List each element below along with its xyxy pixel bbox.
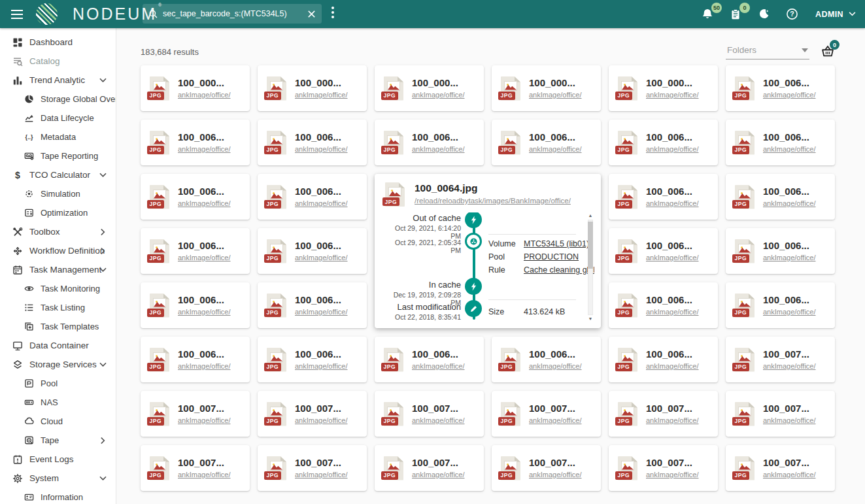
sidebar-item-storage-services[interactable]: Storage Services	[0, 355, 116, 374]
file-card-path-link[interactable]: ankImage/office/	[178, 308, 231, 316]
sidebar-item-task-listing[interactable]: Task Listing	[0, 298, 116, 317]
chevron-down-icon[interactable]	[99, 476, 107, 481]
sidebar-item-task-monitoring[interactable]: Task Monitoring	[0, 279, 116, 298]
sidebar-item-simulation[interactable]: Simulation	[0, 184, 116, 203]
file-card-path-link[interactable]: ankImage/office/	[763, 308, 816, 316]
file-card[interactable]: JPG100_007...ankImage/office/	[375, 391, 484, 437]
file-card-path-link[interactable]: ankImage/office/	[178, 416, 231, 424]
file-card-path-link[interactable]: ankImage/office/	[178, 254, 231, 261]
file-card-path-link[interactable]: ankImage/office/	[412, 145, 465, 153]
file-card[interactable]: JPG100_006...ankImage/office/	[258, 282, 367, 328]
sidebar-item-task-templates[interactable]: Task Templates	[0, 317, 116, 336]
file-card[interactable]: JPG100_007...ankImage/office/	[375, 445, 484, 491]
file-card-path-link[interactable]: ankImage/office/	[412, 416, 465, 424]
file-card[interactable]: JPG100_006...ankImage/office/	[141, 228, 250, 274]
file-card-path-link[interactable]: ankImage/office/	[763, 145, 816, 153]
file-card-path-link[interactable]: ankImage/office/	[295, 91, 348, 99]
file-card[interactable]: JPG100_006...ankImage/office/	[726, 174, 835, 220]
file-card-path-link[interactable]: ankImage/office/	[178, 362, 231, 370]
sidebar-item-optimization[interactable]: Optimization	[0, 203, 116, 222]
file-card[interactable]: JPG100_006...ankImage/office/	[141, 174, 250, 220]
file-card-path-link[interactable]: ankImage/office/	[646, 471, 699, 479]
file-card-path-link[interactable]: ankImage/office/	[295, 145, 348, 153]
file-card-path-link[interactable]: ankImage/office/	[763, 254, 816, 261]
help-icon[interactable]: ?	[783, 5, 801, 24]
file-card[interactable]: JPG100_006...ankImage/office/	[726, 282, 835, 328]
file-card-path-link[interactable]: ankImage/office/	[412, 362, 465, 370]
sidebar-item-task-management[interactable]: Task Management	[0, 260, 116, 279]
file-card-path-link[interactable]: ankImage/office/	[178, 145, 231, 153]
file-card[interactable]: JPG100_007...ankImage/office/	[492, 445, 601, 491]
chevron-down-icon[interactable]	[99, 362, 107, 367]
basket-button[interactable]: 0	[821, 44, 835, 59]
sidebar-item-dashboard[interactable]: Dashboard	[0, 33, 116, 52]
file-card-path-link[interactable]: ankImage/office/	[646, 362, 699, 370]
sidebar-item-storage-global-overview[interactable]: Storage Global Overview	[0, 90, 116, 109]
file-card-path-link[interactable]: ankImage/office/	[178, 471, 231, 479]
sidebar-item-toolbox[interactable]: Toolbox	[0, 222, 116, 241]
chevron-down-icon[interactable]	[99, 267, 107, 273]
file-card[interactable]: JPG100_007...ankImage/office/	[141, 391, 250, 437]
scroll-down-icon[interactable]: ▼	[586, 316, 594, 322]
file-card-path-link[interactable]: ankImage/office/	[295, 199, 348, 207]
file-card[interactable]: JPG100_000...ankImage/office/	[609, 65, 718, 111]
scrollbar-thumb[interactable]	[588, 222, 593, 269]
search-bar[interactable]	[143, 4, 322, 24]
file-card-path-link[interactable]: ankImage/office/	[646, 91, 699, 99]
detail-scrollbar[interactable]: ▲▼	[586, 212, 594, 322]
file-card[interactable]: JPG100_006...ankImage/office/	[609, 282, 718, 328]
file-card[interactable]: JPG100_006...ankImage/office/	[141, 282, 250, 328]
file-card-path-link[interactable]: ankImage/office/	[529, 471, 582, 479]
sidebar-item-cloud[interactable]: Cloud	[0, 412, 116, 431]
sidebar-item-data-lifecycle[interactable]: Data Lifecycle	[0, 109, 116, 127]
expanded-file-card[interactable]: JPG100_0064.jpg/reload/reloadbytask/imag…	[375, 174, 601, 328]
file-card-path-link[interactable]: ankImage/office/	[529, 91, 582, 99]
file-card-path-link[interactable]: ankImage/office/	[529, 362, 582, 370]
notifications-button[interactable]: 50	[698, 5, 717, 24]
file-card-path-link[interactable]: ankImage/office/	[529, 145, 582, 153]
file-card[interactable]: JPG100_006...ankImage/office/	[492, 337, 601, 382]
sidebar-item-catalog[interactable]: Catalog	[0, 52, 116, 71]
attribute-value-link[interactable]: MTC534L5 (lib01)	[524, 239, 589, 248]
file-card[interactable]: JPG100_000...ankImage/office/	[258, 65, 367, 111]
file-path-link[interactable]: /reload/reloadbytask/images/BankImage/of…	[415, 197, 571, 205]
file-card[interactable]: JPG100_006...ankImage/office/	[609, 120, 718, 165]
file-card-path-link[interactable]: ankImage/office/	[646, 416, 699, 424]
file-card-path-link[interactable]: ankImage/office/	[295, 308, 348, 316]
chevron-right-icon[interactable]	[99, 229, 107, 235]
file-card[interactable]: JPG100_000...ankImage/office/	[492, 65, 601, 111]
file-card-path-link[interactable]: ankImage/office/	[646, 254, 699, 261]
file-card-path-link[interactable]: ankImage/office/	[178, 91, 231, 99]
chevron-down-icon[interactable]	[99, 78, 107, 83]
file-card-path-link[interactable]: ankImage/office/	[412, 91, 465, 99]
file-card-path-link[interactable]: ankImage/office/	[646, 199, 699, 207]
file-card[interactable]: JPG100_006...ankImage/office/	[375, 337, 484, 382]
file-card[interactable]: JPG100_006...ankImage/office/	[492, 120, 601, 165]
file-card[interactable]: JPG100_007...ankImage/office/	[609, 445, 718, 491]
sidebar-item-event-logs[interactable]: Event Logs	[0, 450, 116, 469]
attribute-value-link[interactable]: PRODUCTION	[524, 252, 579, 261]
file-card[interactable]: JPG100_007...ankImage/office/	[726, 391, 835, 437]
chevron-down-icon[interactable]	[99, 173, 107, 178]
file-card-path-link[interactable]: ankImage/office/	[763, 416, 816, 424]
file-card[interactable]: JPG100_007...ankImage/office/	[609, 391, 718, 437]
file-card[interactable]: JPG100_007...ankImage/office/	[726, 337, 835, 382]
scroll-up-icon[interactable]: ▲	[586, 212, 594, 219]
file-card-path-link[interactable]: ankImage/office/	[178, 199, 231, 207]
file-card-path-link[interactable]: ankImage/office/	[763, 471, 816, 479]
night-mode-icon[interactable]	[755, 5, 773, 24]
file-card-path-link[interactable]: ankImage/office/	[763, 91, 816, 99]
folders-select[interactable]: Folders	[726, 45, 809, 59]
file-card[interactable]: JPG100_007...ankImage/office/	[258, 445, 367, 491]
sidebar-item-nas[interactable]: NAS	[0, 393, 116, 412]
chevron-right-icon[interactable]	[99, 248, 107, 254]
file-card[interactable]: JPG100_000...ankImage/office/	[141, 65, 250, 111]
sidebar-item-trend-analytic[interactable]: Trend Analytic	[0, 71, 116, 90]
file-card[interactable]: JPG100_006...ankImage/office/	[258, 120, 367, 165]
file-card[interactable]: JPG100_006...ankImage/office/	[258, 228, 367, 274]
file-card-path-link[interactable]: ankImage/office/	[295, 362, 348, 370]
sidebar-item-system[interactable]: System	[0, 469, 116, 488]
search-input[interactable]	[163, 9, 307, 18]
sidebar-item-tape[interactable]: Tape	[0, 431, 116, 450]
file-card-path-link[interactable]: ankImage/office/	[763, 362, 816, 370]
